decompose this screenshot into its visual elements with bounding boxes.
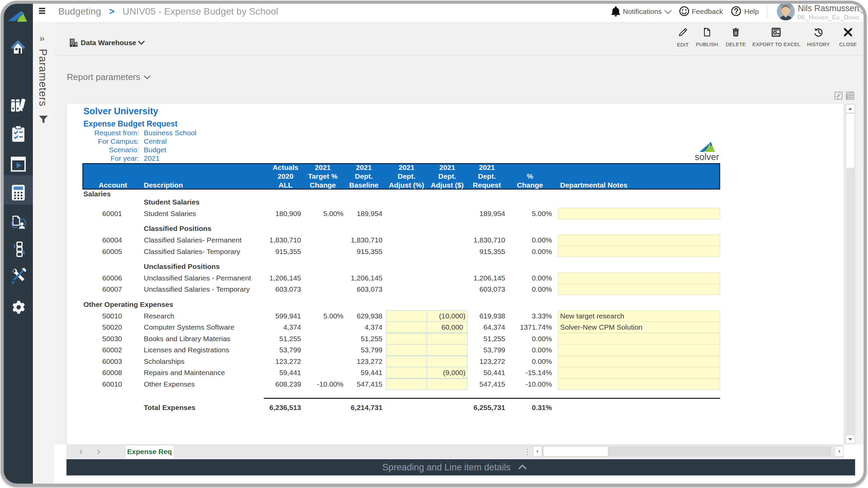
svg-text:solver: solver xyxy=(695,152,719,162)
